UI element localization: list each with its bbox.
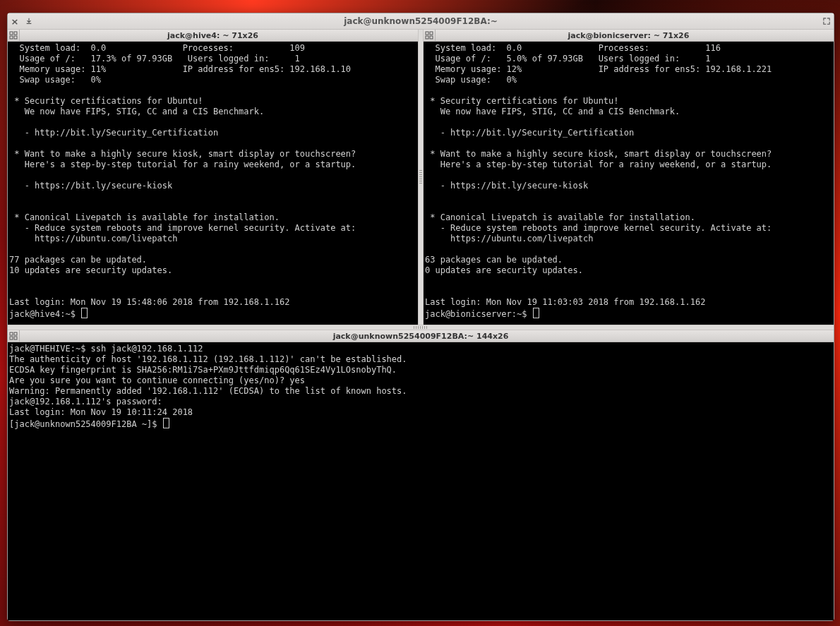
- term-line: ECDSA key fingerprint is SHA256:RM1i7Sa+…: [9, 365, 397, 375]
- term-line: * Security certifications for Ubuntu!: [425, 96, 619, 106]
- term-line: - Reduce system reboots and improve kern…: [425, 223, 772, 233]
- term-line: System load: 0.0 Processes: 116: [425, 43, 721, 53]
- term-line: * Canonical Livepatch is available for i…: [425, 212, 695, 222]
- svg-rect-0: [10, 32, 13, 35]
- term-line: Usage of /: 17.3% of 97.93GB Users logge…: [9, 54, 300, 64]
- pane-right-title: jack@bionicserver: ~ 71x26: [424, 31, 834, 40]
- svg-rect-1: [14, 32, 17, 35]
- tile-button[interactable]: [424, 30, 436, 41]
- term-line: System load: 0.0 Processes: 109: [9, 43, 305, 53]
- term-line: Last login: Mon Nov 19 11:03:03 2018 fro…: [425, 297, 705, 307]
- term-line: - http://bit.ly/Security_Certification: [425, 128, 634, 138]
- svg-rect-7: [430, 36, 433, 39]
- term-line: Memory usage: 11% IP address for ens5: 1…: [9, 64, 351, 74]
- expand-icon: [823, 18, 830, 25]
- term-line: * Want to make a highly secure kiosk, sm…: [9, 149, 356, 159]
- term-line: Usage of /: 5.0% of 97.93GB Users logged…: [425, 54, 711, 64]
- svg-rect-9: [14, 332, 17, 335]
- term-line: Last login: Mon Nov 19 10:11:24 2018: [9, 407, 193, 417]
- svg-rect-8: [10, 332, 13, 335]
- term-line: * Security certifications for Ubuntu!: [9, 96, 203, 106]
- term-line: 77 packages can be updated.: [9, 255, 147, 265]
- pane-right-bar[interactable]: jack@bionicserver: ~ 71x26: [424, 30, 834, 42]
- term-line: Warning: Permanently added '192.168.1.11…: [9, 386, 407, 396]
- pane-left-title: jack@hive4: ~ 71x26: [8, 31, 418, 40]
- term-line: The authenticity of host '192.168.1.112 …: [9, 354, 407, 364]
- pane-bottom-title: jack@unknown5254009F12BA:~ 144x26: [8, 332, 834, 341]
- term-line: Are you sure you want to continue connec…: [9, 375, 305, 385]
- cursor: [533, 308, 539, 318]
- term-line: https://ubuntu.com/livepatch: [425, 234, 593, 243]
- term-line: jack@192.168.1.112's password:: [9, 397, 162, 407]
- pane-left: jack@hive4: ~ 71x26 System load: 0.0 Pro…: [8, 30, 418, 325]
- vertical-splitter[interactable]: [418, 30, 424, 325]
- close-button[interactable]: ×: [8, 14, 22, 28]
- svg-rect-6: [426, 36, 428, 39]
- window-titlebar[interactable]: × jack@unknown5254009F12BA:~: [8, 13, 834, 30]
- minimize-button[interactable]: [22, 14, 36, 28]
- term-line: Here's a step-by-step tutorial for a rai…: [9, 159, 356, 169]
- term-line: 10 updates are security updates.: [9, 265, 172, 275]
- term-line: * Canonical Livepatch is available for i…: [9, 212, 280, 222]
- term-line: Swap usage: 0%: [9, 75, 101, 85]
- cursor: [163, 418, 169, 428]
- term-prompt: [jack@unknown5254009F12BA ~]$: [9, 419, 162, 429]
- cursor: [81, 308, 88, 318]
- svg-rect-4: [426, 32, 428, 35]
- term-line: - https://bit.ly/secure-kiosk: [425, 181, 588, 191]
- terminal-bottom[interactable]: jack@THEHIVE:~$ ssh jack@192.168.1.112 T…: [8, 342, 834, 620]
- pane-right: jack@bionicserver: ~ 71x26 System load: …: [424, 30, 834, 325]
- term-line: - https://bit.ly/secure-kiosk: [9, 181, 172, 191]
- horizontal-splitter[interactable]: [8, 325, 834, 330]
- terminal-left[interactable]: System load: 0.0 Processes: 109 Usage of…: [8, 42, 418, 325]
- term-line: Last login: Mon Nov 19 15:48:06 2018 fro…: [9, 297, 289, 307]
- tiles-icon: [425, 31, 433, 40]
- term-prompt: jack@hive4:~$: [9, 309, 80, 319]
- svg-rect-5: [430, 32, 433, 35]
- term-line: - Reduce system reboots and improve kern…: [9, 223, 356, 233]
- term-line: 63 packages can be updated.: [425, 255, 563, 265]
- pane-bottom: jack@unknown5254009F12BA:~ 144x26 jack@T…: [8, 330, 834, 620]
- term-line: 0 updates are security updates.: [425, 265, 583, 275]
- term-line: We now have FIPS, STIG, CC and a CIS Ben…: [9, 107, 264, 116]
- window-client-area: jack@hive4: ~ 71x26 System load: 0.0 Pro…: [8, 30, 834, 620]
- term-prompt: jack@bionicserver:~$: [425, 309, 532, 319]
- maximize-button[interactable]: [820, 14, 834, 28]
- term-line: * Want to make a highly secure kiosk, sm…: [425, 149, 772, 159]
- svg-rect-10: [10, 337, 13, 339]
- download-icon: [25, 18, 32, 25]
- top-row: jack@hive4: ~ 71x26 System load: 0.0 Pro…: [8, 30, 834, 325]
- pane-left-bar[interactable]: jack@hive4: ~ 71x26: [8, 30, 418, 42]
- pane-bottom-bar[interactable]: jack@unknown5254009F12BA:~ 144x26: [8, 330, 834, 342]
- tiles-icon: [9, 31, 18, 40]
- term-line: Memory usage: 12% IP address for ens5: 1…: [425, 64, 772, 74]
- term-line: We now have FIPS, STIG, CC and a CIS Ben…: [425, 107, 680, 116]
- tile-button[interactable]: [8, 30, 20, 41]
- tiles-icon: [9, 332, 18, 340]
- term-line: Here's a step-by-step tutorial for a rai…: [425, 159, 772, 169]
- terminal-right[interactable]: System load: 0.0 Processes: 116 Usage of…: [424, 42, 834, 325]
- term-line: Swap usage: 0%: [425, 75, 517, 85]
- svg-rect-3: [14, 36, 17, 39]
- term-line: - http://bit.ly/Security_Certification: [9, 128, 218, 138]
- tile-button[interactable]: [8, 330, 20, 342]
- terminal-window: × jack@unknown5254009F12BA:~: [7, 13, 834, 621]
- svg-rect-11: [14, 337, 17, 339]
- svg-rect-2: [10, 36, 13, 39]
- window-title: jack@unknown5254009F12BA:~: [8, 16, 834, 26]
- term-line: https://ubuntu.com/livepatch: [9, 234, 177, 243]
- term-line: jack@THEHIVE:~$ ssh jack@192.168.1.112: [9, 344, 203, 354]
